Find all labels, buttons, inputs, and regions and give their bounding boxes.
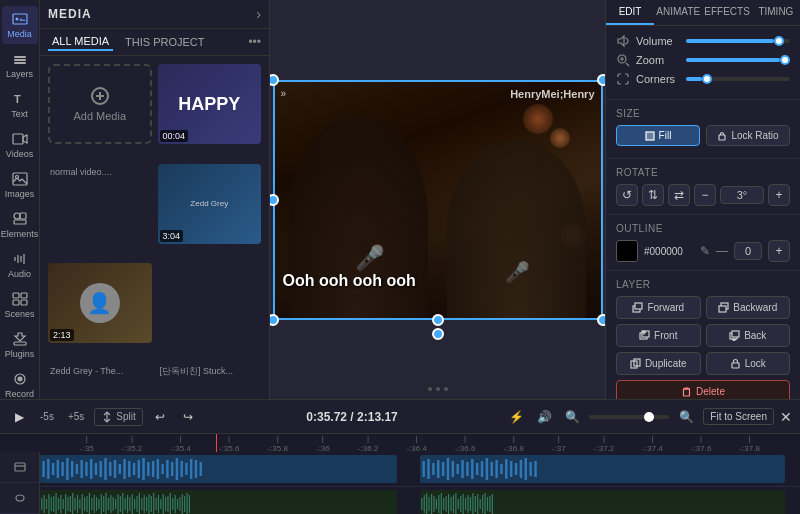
outline-controls: #000000 ✎ — 0 + — [616, 240, 790, 262]
ruler-mark-2: -:35.4 — [170, 434, 190, 452]
flip-h-button[interactable]: ⇄ — [668, 184, 690, 206]
sidebar-item-elements[interactable]: Elements — [2, 206, 38, 244]
split-button[interactable]: Split — [94, 408, 142, 426]
sidebar-item-plugins[interactable]: Plugins — [2, 326, 38, 364]
back-button[interactable]: Back — [706, 324, 791, 347]
lock-ratio-button[interactable]: Lock Ratio — [706, 125, 790, 146]
close-timeline-button[interactable]: ✕ — [780, 409, 792, 425]
svg-rect-66 — [176, 458, 178, 480]
forward-button[interactable]: Forward — [616, 296, 701, 319]
svg-rect-68 — [185, 463, 187, 475]
outline-eyedropper[interactable]: ✎ — [700, 244, 710, 258]
svg-rect-14 — [13, 300, 19, 305]
sidebar-item-text[interactable]: T Text — [2, 86, 38, 124]
svg-rect-16 — [14, 342, 26, 345]
handle-bottom-right[interactable] — [597, 314, 606, 326]
skip-back-button[interactable]: -5s — [36, 409, 58, 424]
corners-slider[interactable] — [686, 77, 790, 81]
media-clip-3[interactable]: 👤 2:13 — [48, 263, 152, 343]
undo-button[interactable]: ↩ — [149, 406, 171, 428]
timeline-zoom-slider[interactable] — [589, 415, 669, 419]
svg-rect-93 — [520, 460, 522, 478]
backward-label: Backward — [733, 302, 777, 313]
audio-button[interactable]: 🔊 — [533, 406, 555, 428]
outline-value[interactable]: 0 — [734, 242, 762, 260]
video-clip-1[interactable] — [40, 455, 397, 483]
rotate-label: ROTATE — [616, 167, 790, 178]
media-clip-2[interactable]: Zedd Grey 3:04 — [158, 164, 262, 244]
svg-rect-107 — [63, 499, 64, 509]
sidebar-item-audio[interactable]: Audio — [2, 246, 38, 284]
zoom-slider[interactable] — [686, 58, 790, 62]
svg-rect-131 — [120, 496, 121, 512]
outline-color-picker[interactable] — [616, 240, 638, 262]
volume-slider[interactable] — [686, 39, 790, 43]
audio-clip-2[interactable] — [420, 490, 785, 514]
rotate-controls: ↺ ⇅ ⇄ − 3° + — [616, 184, 790, 206]
svg-rect-85 — [481, 461, 483, 477]
rotate-plus-button[interactable]: + — [768, 184, 790, 206]
sidebar-item-media[interactable]: Media — [2, 6, 38, 44]
tab-effects[interactable]: EFFECTS — [702, 0, 752, 25]
svg-rect-154 — [175, 495, 176, 513]
sidebar-item-videos[interactable]: Videos — [2, 126, 38, 164]
outline-plus-button[interactable]: + — [768, 240, 790, 262]
media-tab-project[interactable]: THIS PROJECT — [121, 34, 208, 50]
search-zoom-button[interactable]: 🔍 — [561, 406, 583, 428]
duplicate-button[interactable]: Duplicate — [616, 352, 701, 375]
svg-rect-147 — [158, 495, 159, 513]
sidebar-label-layers: Layers — [6, 69, 33, 79]
tab-edit[interactable]: EDIT — [606, 0, 654, 25]
media-tab-all[interactable]: ALL MEDIA — [48, 33, 113, 51]
play-button[interactable]: ▶ — [8, 406, 30, 428]
sidebar-item-record[interactable]: Record — [2, 366, 38, 399]
zoom-in-button[interactable]: 🔍 — [675, 406, 697, 428]
front-button[interactable]: Front — [616, 324, 701, 347]
svg-text:T: T — [14, 93, 21, 105]
audio-clip-1[interactable] — [40, 490, 397, 514]
tab-animate[interactable]: ANIMATE — [654, 0, 702, 25]
sidebar-item-images[interactable]: Images — [2, 166, 38, 204]
sidebar-item-scenes[interactable]: Scenes — [2, 286, 38, 324]
media-tab-more[interactable]: ••• — [248, 35, 261, 49]
sidebar-item-layers[interactable]: Layers — [2, 46, 38, 84]
fit-screen-button[interactable]: Fit to Screen — [703, 408, 774, 425]
handle-rotate[interactable] — [432, 328, 444, 340]
handle-top-right[interactable] — [597, 74, 606, 86]
svg-rect-46 — [80, 460, 82, 478]
svg-rect-190 — [489, 496, 490, 512]
rotate-minus-button[interactable]: − — [694, 184, 716, 206]
tracks-content[interactable] — [40, 452, 800, 514]
redo-button[interactable]: ↪ — [177, 406, 199, 428]
rotate-ccw-button[interactable]: ↺ — [616, 184, 638, 206]
volume-icon — [616, 34, 630, 48]
svg-rect-113 — [77, 495, 78, 513]
svg-rect-15 — [21, 300, 27, 305]
delete-button[interactable]: Delete — [616, 380, 790, 399]
add-media-button[interactable]: Add Media — [48, 64, 152, 144]
svg-rect-130 — [117, 494, 118, 514]
media-panel-collapse[interactable]: › — [256, 6, 261, 22]
video-clip-2[interactable] — [420, 455, 785, 483]
handle-bottom-center[interactable] — [432, 314, 444, 326]
split-icon-button[interactable]: ⚡ — [505, 406, 527, 428]
ruler-track: -:35 -:35.2 -:35.4 -:35.6 -:35.8 -:36 -:… — [80, 434, 760, 452]
skip-forward-button[interactable]: +5s — [64, 409, 88, 424]
svg-rect-38 — [42, 461, 44, 477]
canvas-container[interactable]: 🎤 🎤 HenryMei;Henry » Ooh ooh ooh ooh — [270, 0, 605, 399]
corners-row: Corners — [616, 72, 790, 86]
lock-button[interactable]: Lock — [706, 352, 791, 375]
sidebar-label-scenes: Scenes — [4, 309, 34, 319]
flip-v-button[interactable]: ⇅ — [642, 184, 664, 206]
media-clip-1[interactable]: HAPPY 00:04 — [158, 64, 262, 144]
timeline-area: ▶ -5s +5s Split ↩ ↪ 0:35.72 / 2:13.17 ⚡ … — [0, 399, 800, 514]
backward-button[interactable]: Backward — [706, 296, 791, 319]
tab-timing[interactable]: TIMING — [752, 0, 800, 25]
outline-section: OUTLINE #000000 ✎ — 0 + — [606, 215, 800, 271]
canvas-corner-icon: » — [281, 88, 287, 99]
handle-bottom-left[interactable] — [270, 314, 279, 326]
fill-button[interactable]: Fill — [616, 125, 700, 146]
rotate-value[interactable]: 3° — [720, 186, 764, 204]
svg-rect-139 — [139, 493, 140, 514]
sidebar-label-record: Record — [5, 389, 34, 399]
